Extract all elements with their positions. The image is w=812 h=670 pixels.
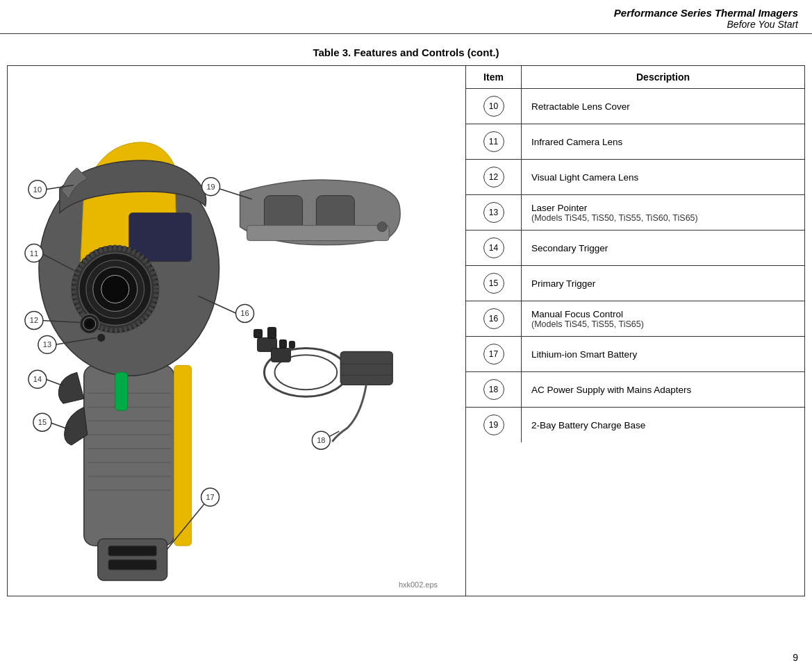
svg-rect-52 [247,226,389,241]
item-cell: 19 [466,408,522,442]
table-row: 18AC Power Supply with Mains Adapters [466,372,804,408]
item-cell: 18 [466,372,522,407]
item-circle: 12 [483,167,504,187]
item-cell: 13 [466,195,522,230]
item-circle: 15 [483,273,504,294]
svg-rect-24 [108,546,157,556]
table-row: 14Secondary Trigger [466,231,804,266]
desc-main-text: Manual Focus Control [531,309,795,319]
svg-point-20 [86,320,93,327]
svg-rect-65 [340,351,392,385]
svg-text:11: 11 [30,249,38,258]
header-subtitle: Before You Start [14,19,798,30]
table-rows-container: 10Retractable Lens Cover11Infrared Camer… [466,89,804,442]
svg-text:14: 14 [33,375,42,383]
svg-rect-62 [271,348,290,362]
item-circle: 10 [483,96,504,117]
desc-cell: 2-Bay Battery Charge Base [522,408,804,442]
table-row: 10Retractable Lens Cover [466,89,804,124]
item-circle: 13 [483,202,504,223]
item-circle: 18 [483,379,504,400]
desc-cell: Infrared Camera Lens [522,124,804,159]
item-cell: 17 [466,337,522,371]
svg-rect-60 [254,329,262,337]
svg-rect-63 [279,340,286,348]
main-table: 10 11 12 13 14 15 16 [7,65,805,596]
data-panel: Item Description 10Retractable Lens Cove… [466,66,804,596]
desc-main-text: Laser Pointer [531,203,795,213]
svg-text:19: 19 [206,183,215,191]
item-cell: 15 [466,266,522,301]
item-circle: 11 [483,131,504,152]
item-circle: 16 [483,308,504,329]
svg-rect-61 [267,327,276,338]
svg-text:17: 17 [206,493,214,501]
svg-text:13: 13 [43,340,51,349]
svg-text:15: 15 [38,418,47,426]
desc-cell: Laser Pointer(Models TiS45, TiS50, TiS55… [522,195,804,230]
device-illustration: 10 11 12 13 14 15 16 [8,66,465,596]
image-panel: 10 11 12 13 14 15 16 [8,66,466,596]
desc-cell: Manual Focus Control(Models TiS45, TiS55… [522,301,804,336]
table-row: 192-Bay Battery Charge Base [466,408,804,442]
svg-point-16 [101,276,129,303]
item-cell: 12 [466,160,522,194]
svg-point-21 [97,333,106,342]
col-item-header: Item [466,66,522,88]
svg-point-53 [377,222,387,232]
table-row: 13Laser Pointer(Models TiS45, TiS50, TiS… [466,195,804,231]
svg-rect-25 [108,560,157,570]
header: Performance Series Thermal Imagers Befor… [0,0,812,34]
table-row: 15Primary Trigger [466,266,804,301]
table-title: Table 3. Features and Controls (cont.) [0,47,812,58]
desc-cell: Visual Light Camera Lens [522,160,804,194]
desc-cell: Lithium-ion Smart Battery [522,337,804,371]
page-number: 9 [793,652,798,663]
item-circle: 14 [483,237,504,258]
header-title: Performance Series Thermal Imagers [14,7,798,19]
svg-text:hxk002.eps: hxk002.eps [399,580,438,589]
svg-rect-22 [115,372,128,410]
desc-cell: Retractable Lens Cover [522,89,804,124]
item-cell: 11 [466,124,522,159]
desc-cell: Primary Trigger [522,266,804,301]
svg-text:16: 16 [240,309,249,317]
item-circle: 17 [483,344,504,365]
table-row: 11Infrared Camera Lens [466,124,804,160]
item-cell: 10 [466,89,522,124]
svg-rect-64 [289,341,295,348]
col-desc-header: Description [522,66,804,88]
item-cell: 16 [466,301,522,336]
table-row: 17Lithium-ion Smart Battery [466,337,804,372]
svg-text:12: 12 [30,316,38,324]
svg-text:18: 18 [317,436,325,444]
svg-rect-9 [174,365,192,546]
desc-cell: AC Power Supply with Mains Adapters [522,372,804,407]
svg-text:10: 10 [33,185,42,194]
table-row: 12Visual Light Camera Lens [466,160,804,195]
svg-rect-0 [84,365,174,546]
item-cell: 14 [466,231,522,265]
table-row: 16Manual Focus Control(Models TiS45, TiS… [466,301,804,337]
item-circle: 19 [483,414,504,435]
desc-sub-text: (Models TiS45, TiS55, TiS65) [531,319,795,329]
table-header-row: Item Description [466,66,804,89]
desc-sub-text: (Models TiS45, TiS50, TiS55, TiS60, TiS6… [531,213,795,223]
desc-cell: Secondary Trigger [522,231,804,265]
